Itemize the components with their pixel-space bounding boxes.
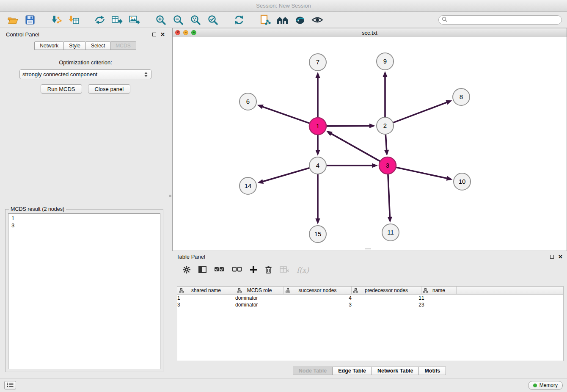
search-container <box>438 15 562 25</box>
function-icon: f(x) <box>297 266 309 274</box>
delete-row-button[interactable] <box>265 265 272 275</box>
add-row-button[interactable] <box>250 266 257 275</box>
graph-edge-3-11[interactable] <box>388 174 390 218</box>
open-session-button[interactable] <box>5 14 20 26</box>
tab-node-table[interactable]: Node Table <box>293 367 333 375</box>
run-mcds-button[interactable]: Run MCDS <box>41 84 82 94</box>
network-view-window: scc.txt ✕ − + 7968124314101511 <box>172 28 567 251</box>
criterion-dropdown-value: strongly connected component <box>22 71 97 77</box>
table-cell[interactable]: 1 <box>352 295 421 301</box>
search-input[interactable] <box>449 17 559 23</box>
window-title: Session: New Session <box>256 3 311 9</box>
graph-edge-2-3[interactable] <box>385 134 386 151</box>
tab-network-table[interactable]: Network Table <box>372 367 419 375</box>
delete-table-icon <box>280 266 289 274</box>
graph-edge-3-1[interactable] <box>330 133 380 161</box>
export-image-icon <box>129 15 140 25</box>
column-header-successor-nodes[interactable]: successor nodes <box>284 287 352 295</box>
apply-function-button[interactable]: f(x) <box>297 266 309 274</box>
close-table-panel-icon[interactable]: ✕ <box>558 254 563 259</box>
close-panel-icon[interactable]: ✕ <box>160 32 165 37</box>
table-panel-title: Table Panel <box>176 254 205 260</box>
table-panel-header: Table Panel ✕ <box>172 251 567 262</box>
graph-edge-4-14[interactable] <box>262 168 310 182</box>
column-header-shared-name[interactable]: shared name <box>177 287 235 295</box>
graph-edge-1-6[interactable] <box>262 107 310 124</box>
import-network-file-button[interactable] <box>49 14 64 26</box>
shared-column-icon <box>353 288 358 294</box>
table-settings-button[interactable] <box>182 265 191 275</box>
mcds-result-text[interactable]: 1 3 <box>8 213 160 369</box>
column-header-predecessor-nodes[interactable]: predecessor nodes <box>352 287 421 295</box>
export-table-button[interactable] <box>110 14 125 26</box>
share-network-button[interactable] <box>92 14 107 26</box>
window-minimize-icon[interactable]: − <box>183 30 188 35</box>
zoom-fit-button[interactable] <box>188 14 203 26</box>
tab-motifs[interactable]: Motifs <box>418 367 446 375</box>
graph-edge-2-8[interactable] <box>393 102 448 123</box>
table-row[interactable]: 1dominator411 <box>177 295 563 301</box>
select-all-rows-button[interactable] <box>214 267 224 273</box>
plus-icon <box>250 266 257 275</box>
memory-status-icon <box>533 384 537 387</box>
table-cell[interactable]: 3 <box>284 302 352 308</box>
table-cell[interactable]: 1 <box>421 295 457 301</box>
table-cell[interactable]: 2 <box>352 302 421 308</box>
graph-edge-3-10[interactable] <box>396 167 448 178</box>
network-window-titlebar[interactable]: scc.txt ✕ − + <box>173 28 567 37</box>
table-cell[interactable]: 1 <box>177 295 235 301</box>
open-folder-icon <box>7 15 18 25</box>
open-network-document-button[interactable] <box>258 14 273 26</box>
edge-arrowhead-icon <box>383 71 387 77</box>
trash-icon <box>265 265 272 275</box>
show-columns-button[interactable] <box>198 266 206 274</box>
toolbar-separator <box>249 19 256 20</box>
network-document-icon <box>260 14 271 25</box>
tab-edge-table[interactable]: Edge Table <box>332 367 372 375</box>
float-panel-icon[interactable] <box>152 33 156 36</box>
network-canvas[interactable]: 7968124314101511 <box>173 37 567 251</box>
save-session-button[interactable] <box>22 14 38 26</box>
show-graphics-details-button[interactable] <box>310 14 325 26</box>
horizontal-splitter-grip-icon[interactable] <box>365 248 371 251</box>
first-neighbors-button[interactable] <box>275 14 290 26</box>
tab-style[interactable]: Style <box>63 41 86 50</box>
table-cell[interactable]: 3 <box>177 302 235 308</box>
table-row[interactable]: 3dominator323 <box>177 301 563 308</box>
window-close-icon[interactable]: ✕ <box>175 30 180 35</box>
search-box[interactable] <box>438 15 562 25</box>
toolbar-separator <box>144 19 151 20</box>
apply-style-button[interactable] <box>292 14 308 26</box>
tab-network[interactable]: Network <box>34 41 64 50</box>
edge-arrowhead-icon <box>315 150 320 156</box>
deselect-all-rows-button[interactable] <box>232 267 242 273</box>
memory-button[interactable]: Memory <box>528 381 563 390</box>
tab-select[interactable]: Select <box>85 41 110 50</box>
zoom-in-button[interactable] <box>153 14 168 26</box>
refresh-icon <box>234 14 245 25</box>
table-cell[interactable]: 3 <box>421 302 457 308</box>
zoom-out-button[interactable] <box>171 14 186 26</box>
criterion-dropdown[interactable]: strongly connected component <box>19 69 151 79</box>
close-panel-button[interactable]: Close panel <box>88 84 131 94</box>
shared-column-icon <box>179 288 184 294</box>
table-cell[interactable]: dominator <box>235 302 284 308</box>
export-image-button[interactable] <box>127 14 142 26</box>
delete-table-button[interactable] <box>280 266 289 274</box>
import-table-file-button[interactable] <box>66 14 81 26</box>
edge-arrowhead-icon <box>257 105 264 109</box>
column-header-MCDS-role[interactable]: MCDS role <box>235 287 284 295</box>
refresh-view-button[interactable] <box>231 14 247 26</box>
edge-arrowhead-icon <box>315 218 320 224</box>
table-cell[interactable]: 4 <box>284 295 352 301</box>
panel-list-button[interactable] <box>4 381 16 389</box>
column-header-name[interactable]: name <box>421 287 457 295</box>
vertical-splitter[interactable] <box>168 28 172 378</box>
table-cell[interactable]: dominator <box>235 295 284 301</box>
tab-mcds[interactable]: MCDS <box>110 41 136 50</box>
window-maximize-icon[interactable]: + <box>191 30 196 35</box>
zoom-selected-button[interactable] <box>205 14 220 26</box>
float-table-panel-icon[interactable] <box>550 255 554 259</box>
node-table[interactable]: shared nameMCDS rolesuccessor nodesprede… <box>177 286 564 361</box>
graph-edge-1-2[interactable] <box>326 126 370 126</box>
